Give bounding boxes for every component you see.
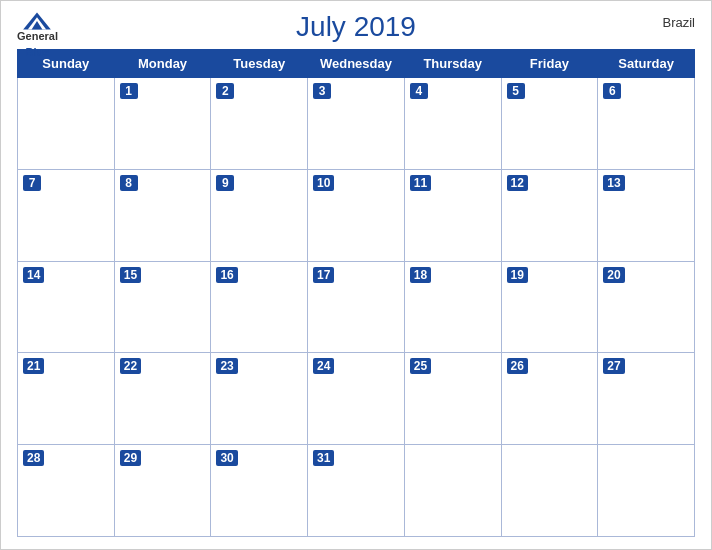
day-number-5: 5 bbox=[507, 83, 525, 99]
header-saturday: Saturday bbox=[598, 50, 695, 78]
day-cell-22: 22 bbox=[114, 353, 211, 445]
header: General Blue July 2019 Brazil bbox=[1, 1, 711, 49]
header-thursday: Thursday bbox=[404, 50, 501, 78]
day-cell-24: 24 bbox=[308, 353, 405, 445]
day-number-22: 22 bbox=[120, 358, 141, 374]
day-number-21: 21 bbox=[23, 358, 44, 374]
logo-icon bbox=[21, 11, 53, 31]
country-label: Brazil bbox=[662, 15, 695, 30]
title-area: July 2019 bbox=[296, 11, 416, 43]
day-cell-18: 18 bbox=[404, 261, 501, 353]
header-monday: Monday bbox=[114, 50, 211, 78]
day-cell-23: 23 bbox=[211, 353, 308, 445]
day-number-2: 2 bbox=[216, 83, 234, 99]
day-cell-31: 31 bbox=[308, 445, 405, 537]
day-number-30: 30 bbox=[216, 450, 237, 466]
day-number-3: 3 bbox=[313, 83, 331, 99]
day-cell-6: 6 bbox=[598, 78, 695, 170]
calendar-table: Sunday Monday Tuesday Wednesday Thursday… bbox=[17, 49, 695, 537]
week-row-4: 21222324252627 bbox=[18, 353, 695, 445]
day-number-6: 6 bbox=[603, 83, 621, 99]
day-cell-17: 17 bbox=[308, 261, 405, 353]
empty-cell bbox=[501, 445, 598, 537]
day-cell-30: 30 bbox=[211, 445, 308, 537]
weekday-header-row: Sunday Monday Tuesday Wednesday Thursday… bbox=[18, 50, 695, 78]
day-cell-14: 14 bbox=[18, 261, 115, 353]
day-cell-3: 3 bbox=[308, 78, 405, 170]
day-number-20: 20 bbox=[603, 267, 624, 283]
header-friday: Friday bbox=[501, 50, 598, 78]
day-cell-10: 10 bbox=[308, 169, 405, 261]
day-number-24: 24 bbox=[313, 358, 334, 374]
day-number-15: 15 bbox=[120, 267, 141, 283]
day-cell-15: 15 bbox=[114, 261, 211, 353]
day-number-4: 4 bbox=[410, 83, 428, 99]
logo-general: General bbox=[17, 31, 58, 42]
day-number-27: 27 bbox=[603, 358, 624, 374]
day-number-29: 29 bbox=[120, 450, 141, 466]
day-cell-21: 21 bbox=[18, 353, 115, 445]
page-title: July 2019 bbox=[296, 11, 416, 43]
day-number-25: 25 bbox=[410, 358, 431, 374]
day-number-18: 18 bbox=[410, 267, 431, 283]
day-number-14: 14 bbox=[23, 267, 44, 283]
day-number-17: 17 bbox=[313, 267, 334, 283]
day-cell-20: 20 bbox=[598, 261, 695, 353]
day-cell-12: 12 bbox=[501, 169, 598, 261]
day-number-1: 1 bbox=[120, 83, 138, 99]
week-row-2: 78910111213 bbox=[18, 169, 695, 261]
logo: General Blue bbox=[17, 11, 58, 60]
day-cell-19: 19 bbox=[501, 261, 598, 353]
week-row-3: 14151617181920 bbox=[18, 261, 695, 353]
day-cell-29: 29 bbox=[114, 445, 211, 537]
day-cell-16: 16 bbox=[211, 261, 308, 353]
empty-cell bbox=[598, 445, 695, 537]
week-row-1: 123456 bbox=[18, 78, 695, 170]
day-number-13: 13 bbox=[603, 175, 624, 191]
day-cell-11: 11 bbox=[404, 169, 501, 261]
day-cell-4: 4 bbox=[404, 78, 501, 170]
day-cell-27: 27 bbox=[598, 353, 695, 445]
day-cell-8: 8 bbox=[114, 169, 211, 261]
empty-cell bbox=[18, 78, 115, 170]
day-number-23: 23 bbox=[216, 358, 237, 374]
day-number-12: 12 bbox=[507, 175, 528, 191]
day-number-26: 26 bbox=[507, 358, 528, 374]
day-cell-5: 5 bbox=[501, 78, 598, 170]
day-number-16: 16 bbox=[216, 267, 237, 283]
day-number-11: 11 bbox=[410, 175, 431, 191]
day-number-10: 10 bbox=[313, 175, 334, 191]
calendar-container: Sunday Monday Tuesday Wednesday Thursday… bbox=[1, 49, 711, 549]
day-number-7: 7 bbox=[23, 175, 41, 191]
header-wednesday: Wednesday bbox=[308, 50, 405, 78]
day-number-19: 19 bbox=[507, 267, 528, 283]
header-tuesday: Tuesday bbox=[211, 50, 308, 78]
day-cell-25: 25 bbox=[404, 353, 501, 445]
day-cell-9: 9 bbox=[211, 169, 308, 261]
day-cell-7: 7 bbox=[18, 169, 115, 261]
week-row-5: 28293031 bbox=[18, 445, 695, 537]
empty-cell bbox=[404, 445, 501, 537]
logo-blue: Blue bbox=[26, 46, 50, 58]
calendar-page: General Blue July 2019 Brazil Sunday Mon… bbox=[0, 0, 712, 550]
day-number-28: 28 bbox=[23, 450, 44, 466]
day-cell-13: 13 bbox=[598, 169, 695, 261]
day-cell-2: 2 bbox=[211, 78, 308, 170]
day-cell-26: 26 bbox=[501, 353, 598, 445]
day-number-31: 31 bbox=[313, 450, 334, 466]
day-number-9: 9 bbox=[216, 175, 234, 191]
day-cell-1: 1 bbox=[114, 78, 211, 170]
day-cell-28: 28 bbox=[18, 445, 115, 537]
day-number-8: 8 bbox=[120, 175, 138, 191]
